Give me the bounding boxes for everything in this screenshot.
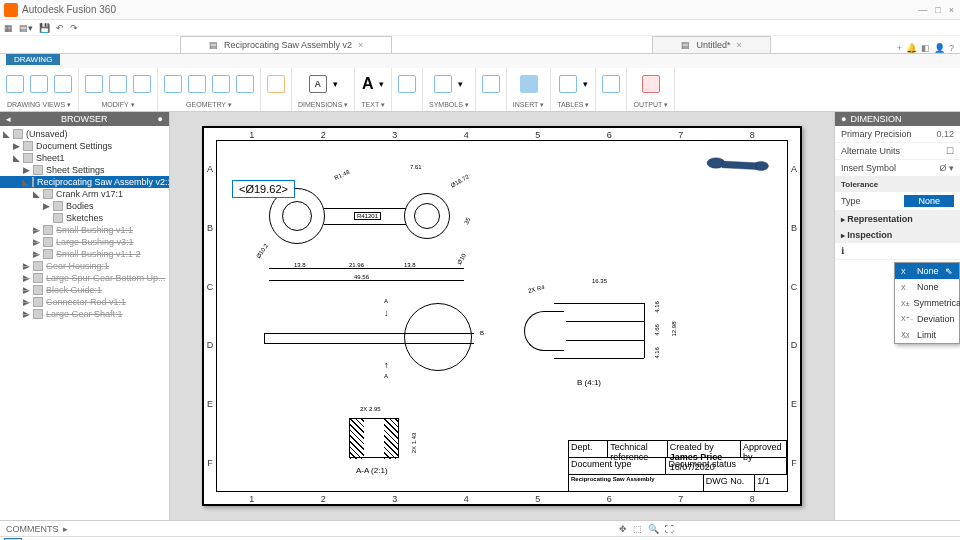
- new-tab-icon[interactable]: +: [897, 43, 902, 53]
- text-dropdown-icon[interactable]: ▾: [379, 79, 384, 89]
- section-view-icon[interactable]: [54, 75, 72, 93]
- dropdown-item-symmetrical[interactable]: X±Symmetrical: [895, 295, 959, 311]
- export-icon[interactable]: [602, 75, 620, 93]
- tree-node[interactable]: ▶Sheet Settings: [0, 164, 169, 176]
- dropdown-item-limit[interactable]: X͟xLimit: [895, 327, 959, 343]
- tree-node[interactable]: ◣Sheet1: [0, 152, 169, 164]
- delete-view-icon[interactable]: [133, 75, 151, 93]
- isometric-view[interactable]: [700, 148, 780, 178]
- dim-2x295[interactable]: 2X 2.95: [360, 406, 381, 412]
- projected-view-icon[interactable]: [30, 75, 48, 93]
- dim-416b[interactable]: 4.16: [654, 347, 660, 359]
- minimize-button[interactable]: —: [918, 5, 927, 15]
- move-icon[interactable]: [85, 75, 103, 93]
- section-aa-view[interactable]: [349, 418, 399, 458]
- tab-saw-assembly[interactable]: ▤ Reciprocating Saw Assembly v2 ×: [180, 36, 392, 53]
- tree-node[interactable]: ▶Block Guide:1: [0, 284, 169, 296]
- dimension-icon[interactable]: A: [309, 75, 327, 93]
- dim-138b[interactable]: 13.8: [404, 262, 416, 268]
- drawing-sheet[interactable]: 12345678 12345678 ABCDEF ABCDEF R41201 R…: [202, 126, 802, 506]
- maximize-button[interactable]: □: [935, 5, 940, 15]
- edge-icon[interactable]: [212, 75, 230, 93]
- browser-collapse-icon[interactable]: ◂: [6, 114, 11, 124]
- ribbon-label[interactable]: TABLES ▾: [557, 101, 589, 109]
- section-tolerance[interactable]: Tolerance: [835, 177, 960, 192]
- dim-r41201[interactable]: R41201: [354, 212, 381, 220]
- notifications-icon[interactable]: 🔔: [906, 43, 917, 53]
- tab-untitled[interactable]: ▤ Untitled* ×: [652, 36, 770, 53]
- save-icon[interactable]: 💾: [39, 23, 50, 33]
- tree-node[interactable]: ▶Small Bushing v1:1 2: [0, 248, 169, 260]
- tree-node[interactable]: Sketches: [0, 212, 169, 224]
- tree-node[interactable]: ▶Document Settings: [0, 140, 169, 152]
- ribbon-label[interactable]: DRAWING VIEWS ▾: [7, 101, 71, 109]
- fit-icon[interactable]: ⛶: [665, 524, 674, 534]
- browser-menu-icon[interactable]: ●: [158, 114, 163, 124]
- table-icon[interactable]: [559, 75, 577, 93]
- base-view-icon[interactable]: [6, 75, 24, 93]
- detail-b-view[interactable]: [524, 293, 654, 368]
- dim-dropdown-icon[interactable]: ▾: [333, 79, 338, 89]
- dim-1635[interactable]: 16.35: [592, 278, 607, 284]
- tab-close-icon[interactable]: ×: [736, 40, 741, 50]
- detail-circle[interactable]: [404, 303, 472, 371]
- dropdown-item-none-sel[interactable]: XNone⇖: [895, 263, 959, 279]
- zoom-window-icon[interactable]: ⬚: [633, 524, 642, 534]
- dim-2196[interactable]: 21.96: [349, 262, 364, 268]
- tolerance-type-dropdown[interactable]: XNone⇖ XNone X±Symmetrical X⁺₋Deviation …: [894, 262, 960, 344]
- undo-icon[interactable]: ↶: [56, 23, 64, 33]
- add-sheet-button[interactable]: +: [28, 536, 36, 541]
- redo-icon[interactable]: ↷: [70, 23, 78, 33]
- tree-node[interactable]: ▶Small Bushing v1:1: [0, 224, 169, 236]
- detail-b[interactable]: B: [480, 330, 484, 336]
- section-a-top[interactable]: A: [384, 298, 388, 304]
- sym-dropdown-icon[interactable]: ▾: [458, 79, 463, 89]
- tree-node[interactable]: ◣Crank Arm v17:1: [0, 188, 169, 200]
- centerline-icon[interactable]: [164, 75, 182, 93]
- tree-node[interactable]: ▶Large Bushing v3:1: [0, 236, 169, 248]
- text-icon[interactable]: A: [362, 75, 374, 93]
- dim-2x143[interactable]: 2X 1.43: [411, 433, 417, 454]
- tree-node[interactable]: ▶Gear Housing:1: [0, 260, 169, 272]
- ribbon-label[interactable]: GEOMETRY ▾: [186, 101, 232, 109]
- tbl-dropdown-icon[interactable]: ▾: [583, 79, 588, 89]
- zoom-icon[interactable]: 🔍: [648, 524, 659, 534]
- panel-info[interactable]: ℹ: [835, 243, 960, 260]
- drawing-canvas[interactable]: 12345678 12345678 ABCDEF ABCDEF R41201 R…: [170, 112, 834, 520]
- dim-1298[interactable]: 12.98: [671, 321, 677, 336]
- ribbon-label[interactable]: TEXT ▾: [361, 101, 385, 109]
- tree-node[interactable]: ◣(Unsaved): [0, 128, 169, 140]
- tree-node[interactable]: ▶Large Gear Shaft:1: [0, 308, 169, 320]
- surface-icon[interactable]: [434, 75, 452, 93]
- section-representation[interactable]: ▸ Representation: [835, 211, 960, 227]
- datum-icon[interactable]: [482, 75, 500, 93]
- ribbon-label[interactable]: INSERT ▾: [513, 101, 544, 109]
- prop-tolerance-type[interactable]: TypeNone: [835, 192, 960, 211]
- dimension-edit-input[interactable]: <Ø19.62>: [232, 180, 295, 198]
- leader-icon[interactable]: [398, 75, 416, 93]
- rotate-icon[interactable]: [109, 75, 127, 93]
- dim-4956[interactable]: 49.56: [354, 274, 369, 280]
- pdf-icon[interactable]: [642, 75, 660, 93]
- ribbon-label[interactable]: SYMBOLS ▾: [429, 101, 469, 109]
- ribbon-label[interactable]: DIMENSIONS ▾: [298, 101, 348, 109]
- sketch-icon[interactable]: [267, 75, 285, 93]
- comments-toggle[interactable]: COMMENTS: [6, 524, 59, 534]
- tree-node[interactable]: ◣Reciprocating Saw Assembly v2:1: [0, 176, 169, 188]
- dim-466[interactable]: 4.66: [654, 324, 660, 336]
- prop-alternate-units[interactable]: Alternate Units☐: [835, 143, 960, 160]
- comments-expand-icon[interactable]: ▸: [63, 524, 68, 534]
- user-icon[interactable]: 👤: [934, 43, 945, 53]
- dim-416a[interactable]: 4.16: [654, 301, 660, 313]
- ribbon-label[interactable]: MODIFY ▾: [101, 101, 134, 109]
- tree-node[interactable]: ▶Large Spur Gear Bottom Up...: [0, 272, 169, 284]
- help-icon[interactable]: ?: [949, 43, 954, 53]
- section-inspection[interactable]: ▸ Inspection: [835, 227, 960, 243]
- prop-insert-symbol[interactable]: Insert SymbolØ ▾: [835, 160, 960, 177]
- dropdown-item-none[interactable]: XNone: [895, 279, 959, 295]
- tree-node[interactable]: ▶Bodies: [0, 200, 169, 212]
- circle-right-inner[interactable]: [414, 203, 440, 229]
- dim-761[interactable]: 7.61: [410, 164, 422, 170]
- dropdown-item-deviation[interactable]: X⁺₋Deviation: [895, 311, 959, 327]
- tree-node[interactable]: ▶Connector Rod v1:1: [0, 296, 169, 308]
